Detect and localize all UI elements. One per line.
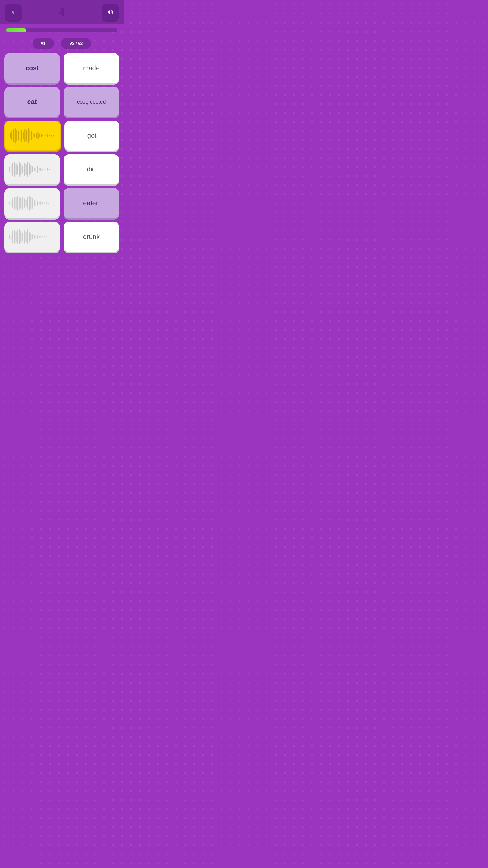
svg-rect-75 <box>10 233 11 241</box>
svg-rect-17 <box>37 132 38 139</box>
svg-rect-21 <box>44 135 45 136</box>
card-eat[interactable]: eat <box>4 87 60 117</box>
svg-rect-65 <box>34 200 35 206</box>
svg-rect-36 <box>25 164 26 175</box>
back-button[interactable] <box>5 4 22 21</box>
svg-rect-52 <box>12 198 13 208</box>
card-row-1: cost made <box>4 53 119 83</box>
svg-rect-13 <box>31 131 32 140</box>
tab-v1[interactable]: v1 <box>33 38 54 49</box>
svg-rect-54 <box>15 197 16 209</box>
svg-rect-66 <box>36 201 36 205</box>
svg-rect-11 <box>28 128 29 143</box>
svg-rect-62 <box>29 195 30 211</box>
svg-rect-10 <box>26 130 27 141</box>
svg-rect-91 <box>37 235 38 239</box>
svg-rect-16 <box>36 133 37 138</box>
progress-bar-background <box>6 28 118 32</box>
progress-container <box>0 24 124 35</box>
svg-rect-68 <box>39 202 40 204</box>
svg-rect-69 <box>40 201 41 205</box>
svg-rect-84 <box>25 231 26 242</box>
sound-button[interactable] <box>102 4 119 21</box>
svg-rect-26 <box>9 167 10 172</box>
svg-rect-25 <box>53 135 54 136</box>
header: 4 <box>0 0 124 24</box>
svg-rect-31 <box>17 164 18 174</box>
svg-rect-57 <box>21 198 22 209</box>
svg-rect-42 <box>36 167 36 172</box>
svg-rect-90 <box>36 236 36 238</box>
card-row-5: eaten <box>4 188 119 218</box>
svg-rect-78 <box>15 231 16 242</box>
svg-rect-83 <box>24 230 25 244</box>
tab-row: v1 v2 / v3 <box>0 35 124 53</box>
svg-rect-8 <box>23 132 24 139</box>
svg-rect-55 <box>17 195 18 211</box>
svg-rect-73 <box>48 203 49 204</box>
svg-rect-20 <box>42 135 43 136</box>
svg-rect-14 <box>33 133 33 138</box>
svg-rect-64 <box>32 198 33 209</box>
svg-rect-15 <box>34 134 35 137</box>
card-row-6: drunk <box>4 222 119 252</box>
card-made-text: made <box>81 62 102 74</box>
card-waveform-yellow[interactable] <box>4 121 61 151</box>
svg-rect-9 <box>24 129 25 142</box>
svg-rect-93 <box>40 236 41 238</box>
card-waveform-gray3[interactable] <box>4 222 60 252</box>
card-row-4: did <box>4 154 119 184</box>
svg-rect-56 <box>19 196 20 210</box>
svg-rect-88 <box>32 235 33 239</box>
svg-rect-86 <box>29 232 30 242</box>
svg-rect-44 <box>39 168 40 170</box>
svg-rect-60 <box>25 199 26 207</box>
waveform-gray2-icon <box>8 194 56 212</box>
card-cost-costed[interactable]: cost, costed <box>64 87 119 117</box>
svg-rect-79 <box>17 230 18 244</box>
card-drunk-text: drunk <box>81 230 102 243</box>
svg-rect-47 <box>44 168 45 170</box>
svg-rect-59 <box>24 198 25 208</box>
svg-rect-1 <box>11 131 12 141</box>
card-drunk[interactable]: drunk <box>64 222 119 252</box>
card-eaten[interactable]: eaten <box>64 188 119 218</box>
svg-rect-0 <box>10 133 10 138</box>
svg-rect-12 <box>29 130 30 142</box>
tab-v2v3[interactable]: v2 / v3 <box>61 38 91 49</box>
svg-rect-95 <box>44 236 45 238</box>
svg-rect-71 <box>44 202 45 204</box>
card-did[interactable]: did <box>64 154 119 184</box>
card-cost-text: cost <box>23 62 41 74</box>
card-got-text: got <box>85 129 99 142</box>
svg-rect-48 <box>47 168 47 170</box>
card-waveform-gray1[interactable] <box>4 154 60 184</box>
svg-rect-32 <box>19 162 20 177</box>
svg-rect-37 <box>27 162 28 177</box>
svg-rect-2 <box>13 129 14 142</box>
waveform-gray1-icon <box>8 160 56 179</box>
svg-rect-18 <box>39 134 40 137</box>
svg-rect-30 <box>15 163 16 176</box>
svg-rect-22 <box>47 134 48 137</box>
svg-rect-46 <box>42 169 43 170</box>
card-made[interactable]: made <box>64 53 119 83</box>
svg-rect-67 <box>37 201 38 206</box>
svg-rect-53 <box>14 196 15 210</box>
card-cost[interactable]: cost <box>4 53 60 83</box>
svg-rect-41 <box>34 168 35 171</box>
svg-rect-85 <box>27 229 28 244</box>
card-got[interactable]: got <box>64 121 119 151</box>
svg-rect-19 <box>41 134 41 137</box>
svg-rect-61 <box>27 197 28 209</box>
card-waveform-gray2[interactable] <box>4 188 60 218</box>
svg-rect-5 <box>18 131 19 141</box>
svg-rect-4 <box>16 130 17 142</box>
sound-icon <box>107 8 114 16</box>
svg-rect-45 <box>40 167 41 171</box>
svg-rect-43 <box>37 166 38 173</box>
svg-rect-74 <box>9 235 10 239</box>
svg-rect-63 <box>30 196 31 210</box>
svg-rect-27 <box>10 164 11 174</box>
card-eat-text: eat <box>25 96 39 108</box>
